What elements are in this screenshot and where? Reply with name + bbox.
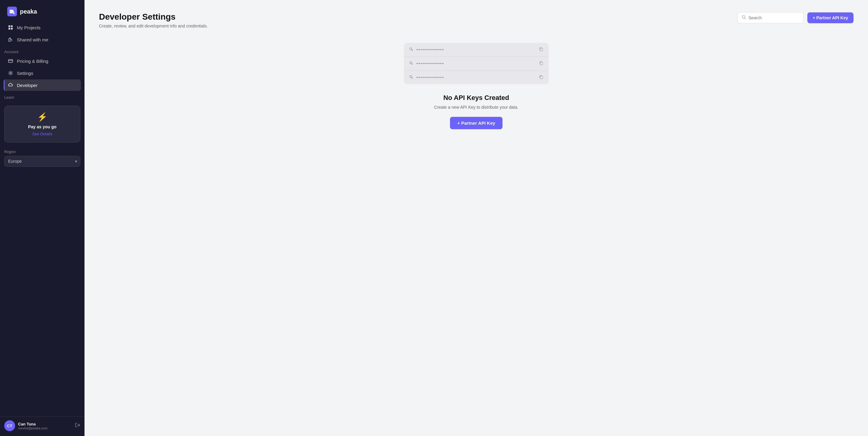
api-key-preview: •••••••••••••• •••••••••••••• [404, 43, 549, 84]
region-select[interactable]: Europe US East US West Asia Pacific [4, 156, 80, 167]
sidebar-item-shared-with-me[interactable]: Shared with me [4, 34, 81, 45]
sidebar-logo: peaka [0, 0, 85, 22]
empty-desc: Create a new API Key to distribute your … [434, 105, 518, 110]
account-section-label: Account [0, 45, 85, 55]
sidebar-item-label: Pricing & Billing [17, 59, 48, 64]
sidebar-bottom: CT Can Tuna mevlut@peaka.com [0, 416, 85, 436]
user-name: Can Tuna [18, 422, 72, 426]
empty-state-container: •••••••••••••• •••••••••••••• [99, 43, 854, 129]
key-icon [409, 75, 413, 80]
region-section: Region Europe US East US West Asia Pacif… [0, 147, 85, 170]
pay-title: Pay as you go [28, 124, 56, 129]
gear-icon [8, 70, 13, 76]
key-dots-3: •••••••••••••• [416, 75, 536, 80]
sidebar-item-my-projects[interactable]: My Projects [4, 22, 81, 33]
user-email: mevlut@peaka.com [18, 426, 72, 430]
svg-rect-13 [540, 48, 542, 51]
svg-rect-15 [540, 62, 542, 65]
sidebar-item-settings[interactable]: Settings [4, 67, 81, 79]
search-icon [742, 15, 746, 20]
svg-rect-17 [540, 76, 542, 79]
key-dots-1: •••••••••••••• [416, 48, 536, 52]
sidebar-nav: My Projects Shared with me [0, 22, 85, 45]
svg-rect-4 [8, 28, 10, 30]
brand-name: peaka [20, 8, 37, 15]
avatar: CT [4, 420, 15, 431]
sidebar-item-developer[interactable]: Developer [4, 79, 81, 91]
api-key-row: •••••••••••••• [404, 56, 549, 70]
account-nav: Pricing & Billing Settings Developer [0, 55, 85, 91]
page-title: Developer Settings [99, 12, 208, 22]
svg-point-1 [13, 12, 15, 14]
cloud-icon [8, 82, 13, 88]
api-key-row: •••••••••••••• [404, 70, 549, 84]
page-header: Developer Settings Create, review, and e… [99, 12, 854, 28]
learn-section-label: Learn [0, 91, 85, 101]
lightning-icon: ⚡ [37, 112, 48, 122]
page-subtitle: Create, review, and edit development inf… [99, 24, 208, 28]
svg-point-8 [10, 72, 11, 74]
copy-icon-2[interactable] [539, 61, 543, 66]
copy-icon-1[interactable] [539, 47, 543, 52]
sidebar-item-label: My Projects [17, 25, 40, 30]
api-key-row: •••••••••••••• [404, 43, 549, 56]
svg-rect-3 [11, 25, 13, 27]
key-icon [409, 61, 413, 66]
svg-line-11 [745, 18, 746, 19]
sidebar-item-label: Settings [17, 71, 33, 76]
search-box[interactable] [737, 12, 804, 23]
sidebar-item-pricing-billing[interactable]: Pricing & Billing [4, 55, 81, 67]
empty-title: No API Keys Created [443, 94, 509, 102]
create-api-key-button[interactable]: + Partner API Key [450, 117, 502, 129]
pay-card: ⚡ Pay as you go See Details [4, 106, 80, 143]
grid-icon [8, 25, 13, 30]
card-icon [8, 58, 13, 64]
key-dots-2: •••••••••••••• [416, 61, 536, 66]
sidebar-item-label: Shared with me [17, 37, 48, 42]
sidebar-item-label: Developer [17, 83, 37, 88]
svg-rect-6 [8, 59, 13, 62]
main-content: Developer Settings Create, review, and e… [85, 0, 868, 436]
search-input[interactable] [748, 16, 799, 20]
copy-icon-3[interactable] [539, 75, 543, 80]
see-details-link[interactable]: See Details [32, 132, 52, 136]
svg-rect-2 [8, 25, 10, 27]
svg-rect-5 [11, 28, 13, 30]
page-title-section: Developer Settings Create, review, and e… [99, 12, 208, 28]
sidebar: peaka My Projects Shared with me [0, 0, 85, 436]
partner-api-key-button-header[interactable]: + Partner API Key [807, 12, 854, 23]
region-label: Region [4, 150, 80, 154]
logout-icon[interactable] [75, 423, 80, 429]
key-icon [409, 47, 413, 52]
user-info: Can Tuna mevlut@peaka.com [18, 422, 72, 430]
header-actions: + Partner API Key [737, 12, 854, 23]
peaka-logo-icon [7, 7, 17, 16]
share-icon [8, 37, 13, 42]
region-select-wrapper: Europe US East US West Asia Pacific ▾ [4, 156, 80, 167]
